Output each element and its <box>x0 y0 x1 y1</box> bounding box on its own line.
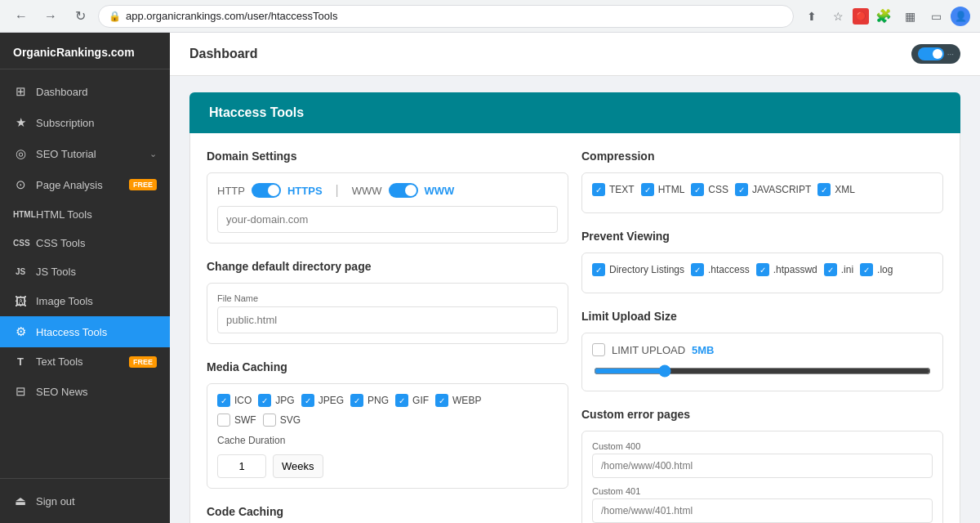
sidebar-item-css-tools[interactable]: CSS CSS Tools <box>0 229 170 257</box>
address-bar[interactable]: 🔒 app.organicrankings.com/user/htaccessT… <box>98 5 794 28</box>
checkbox-gif[interactable]: ✓GIF <box>395 394 429 407</box>
compression-section: Compression ✓TEXT ✓HTML ✓CSS ✓JAVASCRIPT… <box>581 150 943 213</box>
sidebar-item-dashboard[interactable]: ⊞ Dashboard <box>0 76 170 107</box>
media-cache-value[interactable] <box>217 454 266 478</box>
toggle-switch[interactable] <box>918 47 944 60</box>
checkbox-javascript-check[interactable]: ✓ <box>735 183 748 196</box>
checkbox-png-check[interactable]: ✓ <box>350 394 363 407</box>
media-cache-unit: Weeks <box>273 454 323 478</box>
checkbox-htpasswd-check[interactable]: ✓ <box>756 263 769 276</box>
content-body: Htaccess Tools Domain Settings HTTP HTTP… <box>170 76 980 523</box>
seo-tutorial-icon: ◎ <box>13 146 28 161</box>
checkbox-webp-check[interactable]: ✓ <box>435 394 448 407</box>
error-400-field: Custom 400 <box>592 441 933 478</box>
sidebar-item-image-tools[interactable]: 🖼 Image Tools <box>0 286 170 316</box>
checkbox-log-check[interactable]: ✓ <box>860 263 873 276</box>
checkbox-svg-check[interactable] <box>263 413 276 427</box>
limit-upload-checkbox[interactable] <box>592 343 605 356</box>
sidebar-item-js-tools[interactable]: JS JS Tools <box>0 257 170 286</box>
checkbox-gif-check[interactable]: ✓ <box>395 394 408 407</box>
checkbox-text[interactable]: ✓TEXT <box>592 183 635 196</box>
extensions-puzzle-icon[interactable]: 🧩 <box>872 5 895 28</box>
sidebar-toggle-icon[interactable]: ▭ <box>924 5 947 28</box>
checkbox-text-check[interactable]: ✓ <box>592 183 605 196</box>
checkbox-webp[interactable]: ✓WEBP <box>435 394 481 407</box>
sidebar-item-text-tools[interactable]: T Text Tools FREE <box>0 347 170 376</box>
checkbox-ini-check[interactable]: ✓ <box>824 263 837 276</box>
upload-box: LIMIT UPLOAD 5MB <box>581 333 943 391</box>
checkbox-swf-check[interactable] <box>217 413 230 427</box>
domain-input[interactable] <box>217 206 558 233</box>
extension-red-icon[interactable]: 🔴 <box>853 8 869 25</box>
dashboard-icon: ⊞ <box>13 84 28 99</box>
checkbox-ini[interactable]: ✓.ini <box>824 263 853 276</box>
domain-settings-section: Domain Settings HTTP HTTPS | WWW WWW <box>207 150 568 244</box>
prevent-viewing-title: Prevent Viewing <box>581 230 943 243</box>
checkbox-htaccess-file[interactable]: ✓.htaccess <box>691 263 750 276</box>
compression-box: ✓TEXT ✓HTML ✓CSS ✓JAVASCRIPT ✓XML <box>581 172 943 213</box>
sidebar-nav: ⊞ Dashboard ★ Subscription ◎ SEO Tutoria… <box>0 69 170 478</box>
error-401-input[interactable] <box>592 498 933 523</box>
html-comp-label: HTML <box>658 184 685 195</box>
bookmark-icon[interactable]: ☆ <box>826 5 849 28</box>
media-cache-duration: Cache Duration <box>217 435 558 446</box>
checkbox-htaccess-file-check[interactable]: ✓ <box>691 263 704 276</box>
sidebar-item-seo-news[interactable]: ⊟ SEO News <box>0 376 170 407</box>
sidebar-item-seo-tutorial[interactable]: ◎ SEO Tutorial ⌄ <box>0 138 170 169</box>
checkbox-log[interactable]: ✓.log <box>860 263 893 276</box>
compression-checkboxes: ✓TEXT ✓HTML ✓CSS ✓JAVASCRIPT ✓XML <box>592 183 933 196</box>
checkbox-ico[interactable]: ✓ICO <box>217 394 252 407</box>
custom-error-section: Custom error pages Custom 400 Custom 401 <box>581 408 943 523</box>
checkbox-png[interactable]: ✓PNG <box>350 394 389 407</box>
sidebar-item-page-analysis[interactable]: ⊙ Page Analysis FREE <box>0 169 170 200</box>
sidebar-item-label: Page Analysis <box>36 179 121 191</box>
ini-label: .ini <box>841 264 853 275</box>
back-button[interactable]: ← <box>10 5 33 28</box>
www-toggle[interactable] <box>389 183 418 198</box>
dark-mode-toggle[interactable]: ··· <box>911 44 960 64</box>
user-profile-icon[interactable]: 👤 <box>951 7 970 26</box>
app-container: OrganicRankings.com ⊞ Dashboard ★ Subscr… <box>0 33 980 523</box>
checkbox-jpeg[interactable]: ✓JPEG <box>301 394 344 407</box>
jpeg-label: JPEG <box>318 395 344 406</box>
error-401-label: Custom 401 <box>592 486 933 496</box>
tab-search-icon[interactable]: ▦ <box>898 5 921 28</box>
checkbox-jpg-check[interactable]: ✓ <box>258 394 271 407</box>
checkbox-css-comp[interactable]: ✓CSS <box>691 183 728 196</box>
file-name-input[interactable] <box>217 306 558 333</box>
checkbox-dir-listings[interactable]: ✓Directory Listings <box>592 263 684 276</box>
reload-button[interactable]: ↻ <box>69 5 91 28</box>
http-https-toggle-row: HTTP HTTPS | WWW WWW <box>217 183 558 198</box>
http-https-toggle[interactable] <box>252 183 281 198</box>
sidebar-item-label: Subscription <box>36 117 157 129</box>
checkbox-svg[interactable]: SVG <box>263 413 301 427</box>
error-400-input[interactable] <box>592 454 933 478</box>
checkbox-html-comp-check[interactable]: ✓ <box>641 183 654 196</box>
sidebar-footer: ⏏ Sign out <box>0 478 170 523</box>
css-tools-icon: CSS <box>13 239 28 248</box>
checkbox-ico-check[interactable]: ✓ <box>217 394 230 407</box>
upload-slider-container <box>592 364 933 381</box>
svg-label: SVG <box>280 414 301 426</box>
javascript-label: JAVASCRIPT <box>752 184 811 195</box>
right-column: Compression ✓TEXT ✓HTML ✓CSS ✓JAVASCRIPT… <box>581 150 943 523</box>
upload-size-slider[interactable] <box>594 364 931 378</box>
limit-upload-size: 5MB <box>692 344 714 356</box>
checkbox-xml-comp-check[interactable]: ✓ <box>817 183 831 196</box>
checkbox-xml-comp[interactable]: ✓XML <box>817 183 855 196</box>
sidebar-item-htaccess-tools[interactable]: ⚙ Htaccess Tools <box>0 316 170 347</box>
checkbox-jpeg-check[interactable]: ✓ <box>301 394 314 407</box>
checkbox-css-comp-check[interactable]: ✓ <box>691 183 704 196</box>
sidebar-item-sign-out[interactable]: ⏏ Sign out <box>0 485 170 516</box>
checkbox-html-comp[interactable]: ✓HTML <box>641 183 685 196</box>
checkbox-htpasswd[interactable]: ✓.htpasswd <box>756 263 817 276</box>
share-icon[interactable]: ⬆ <box>800 5 823 28</box>
htaccess-header: Htaccess Tools <box>189 92 960 133</box>
checkbox-swf[interactable]: SWF <box>217 413 256 427</box>
sidebar-item-subscription[interactable]: ★ Subscription <box>0 107 170 138</box>
checkbox-jpg[interactable]: ✓JPG <box>258 394 294 407</box>
checkbox-javascript[interactable]: ✓JAVASCRIPT <box>735 183 811 196</box>
sidebar-item-html-tools[interactable]: HTML HTML Tools <box>0 200 170 229</box>
forward-button[interactable]: → <box>39 5 62 28</box>
checkbox-dir-check[interactable]: ✓ <box>592 263 605 276</box>
